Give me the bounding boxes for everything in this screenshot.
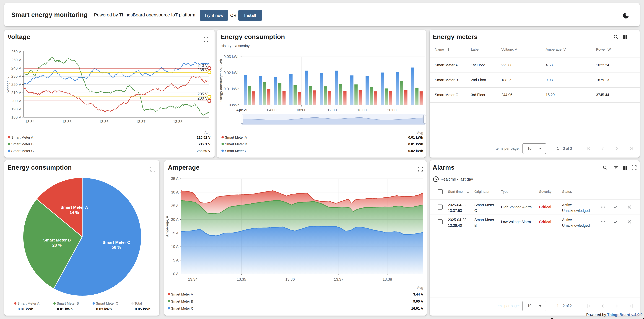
svg-text:20:00: 20:00 <box>387 108 396 112</box>
svg-text:Energy consumption, kWh: Energy consumption, kWh <box>219 59 223 102</box>
svg-text:Smart Meter A: Smart Meter A <box>60 205 88 210</box>
svg-text:240 V: 240 V <box>198 63 208 68</box>
svg-text:12:00: 12:00 <box>327 108 337 112</box>
svg-text:13:37: 13:37 <box>136 120 146 124</box>
svg-text:Smart Meter C: Smart Meter C <box>102 240 130 245</box>
svg-text:14 %: 14 % <box>70 210 79 215</box>
svg-text:Amperage, A: Amperage, A <box>165 216 169 237</box>
svg-text:220 V: 220 V <box>11 82 21 86</box>
svg-text:210 V: 210 V <box>11 90 21 95</box>
svg-text:16:00: 16:00 <box>357 108 367 112</box>
svg-text:0.02 kWh: 0.02 kWh <box>224 71 240 75</box>
svg-text:20 A: 20 A <box>171 217 178 222</box>
svg-text:13:37: 13:37 <box>334 277 343 282</box>
svg-text:5 A: 5 A <box>173 258 178 262</box>
svg-text:0 kWh: 0 kWh <box>229 103 240 107</box>
svg-text:240 V: 240 V <box>11 66 21 70</box>
svg-text:Apr 21: Apr 21 <box>236 108 248 112</box>
svg-text:0.03 kWh: 0.03 kWh <box>224 54 240 59</box>
svg-text:Voltage, V: Voltage, V <box>6 76 10 93</box>
svg-text:13:36: 13:36 <box>99 120 108 124</box>
svg-text:250 V: 250 V <box>11 58 21 62</box>
svg-text:10 A: 10 A <box>171 244 178 249</box>
svg-text:13:38: 13:38 <box>173 120 182 124</box>
svg-text:200 V: 200 V <box>11 99 21 103</box>
svg-text:235 V: 235 V <box>198 68 208 72</box>
svg-text:30 A: 30 A <box>171 190 178 194</box>
svg-text:230 V: 230 V <box>11 74 21 78</box>
svg-text:08:00: 08:00 <box>297 108 306 112</box>
svg-text:205 V: 205 V <box>198 92 208 96</box>
svg-text:13:34: 13:34 <box>188 277 198 282</box>
svg-text:04:00: 04:00 <box>267 108 276 112</box>
svg-text:15 A: 15 A <box>171 231 178 235</box>
svg-text:190 V: 190 V <box>11 107 21 111</box>
svg-text:13:35: 13:35 <box>237 277 246 282</box>
svg-text:35 A: 35 A <box>171 176 178 181</box>
svg-text:180 V: 180 V <box>11 115 21 119</box>
svg-text:13:35: 13:35 <box>62 120 72 124</box>
svg-text:260 V: 260 V <box>11 50 21 54</box>
svg-text:13:38: 13:38 <box>382 277 392 282</box>
svg-text:58 %: 58 % <box>112 245 121 250</box>
svg-text:25 A: 25 A <box>171 204 178 208</box>
svg-text:Smart Meter B: Smart Meter B <box>43 238 71 242</box>
svg-text:0.01 kWh: 0.01 kWh <box>224 87 240 91</box>
svg-text:13:36: 13:36 <box>285 277 295 282</box>
svg-text:0 A: 0 A <box>173 272 178 276</box>
svg-text:28 %: 28 % <box>52 243 62 248</box>
svg-text:200 V: 200 V <box>198 96 208 100</box>
svg-text:13:34: 13:34 <box>25 120 34 124</box>
